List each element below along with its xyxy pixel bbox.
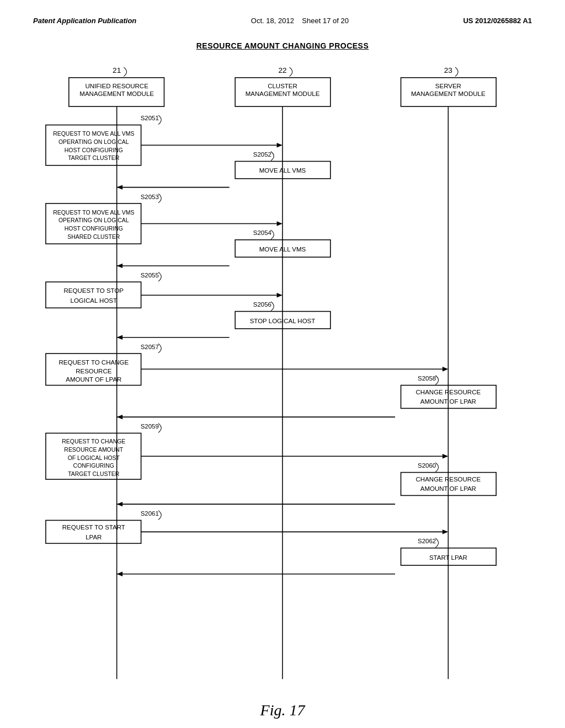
svg-marker-51 (117, 335, 122, 340)
svg-text:OPERATING ON LOGICAL: OPERATING ON LOGICAL (58, 139, 129, 145)
figure-label: Fig. 17 (34, 702, 531, 719)
svg-text:REQUEST TO CHANGE: REQUEST TO CHANGE (59, 359, 129, 366)
svg-marker-79 (117, 502, 122, 506)
svg-text:UNIFIED RESOURCE: UNIFIED RESOURCE (85, 83, 148, 89)
svg-text:REQUEST TO START: REQUEST TO START (62, 524, 125, 531)
svg-text:S2056: S2056 (253, 301, 271, 308)
svg-text:22: 22 (278, 66, 286, 74)
svg-text:MANAGEMENT MODULE: MANAGEMENT MODULE (411, 90, 486, 97)
svg-text:AMOUNT OF LPAR: AMOUNT OF LPAR (420, 485, 476, 492)
svg-text:S2053: S2053 (141, 194, 159, 200)
svg-text:SERVER: SERVER (435, 83, 461, 89)
svg-marker-73 (443, 454, 448, 458)
svg-marker-64 (117, 415, 122, 419)
svg-text:CHANGE RESOURCE: CHANGE RESOURCE (416, 389, 481, 395)
svg-text:TARGET CLUSTER: TARGET CLUSTER (68, 155, 120, 161)
header-publication-type: Patent Application Publication (33, 17, 136, 25)
svg-text:RESOURCE: RESOURCE (76, 368, 112, 374)
svg-text:S2061: S2061 (141, 510, 159, 517)
svg-marker-22 (277, 143, 282, 147)
svg-text:START LPAR: START LPAR (429, 554, 467, 561)
svg-text:S2052: S2052 (253, 151, 271, 158)
svg-marker-27 (117, 185, 122, 189)
svg-text:21: 21 (113, 66, 121, 74)
svg-text:HOST CONFIGURING: HOST CONFIGURING (65, 147, 123, 153)
header-date-sheet: Oct. 18, 2012 Sheet 17 of 20 (251, 17, 349, 25)
svg-text:MANAGEMENT MODULE: MANAGEMENT MODULE (246, 90, 320, 97)
svg-text:TARGET CLUSTER: TARGET CLUSTER (68, 471, 120, 477)
svg-text:S2055: S2055 (141, 272, 159, 279)
svg-text:REQUEST TO MOVE ALL VMS: REQUEST TO MOVE ALL VMS (53, 131, 134, 137)
svg-text:S2054: S2054 (253, 229, 272, 236)
svg-marker-46 (277, 293, 282, 297)
svg-text:MOVE ALL VMS: MOVE ALL VMS (259, 167, 306, 174)
svg-text:CLUSTER: CLUSTER (268, 83, 297, 89)
svg-text:CONFIGURING: CONFIGURING (73, 463, 114, 469)
svg-text:S2058: S2058 (418, 375, 436, 382)
svg-marker-90 (117, 572, 122, 576)
diagram-container: RESOURCE AMOUNT CHANGING PROCESS 21 22 2… (34, 36, 531, 719)
svg-marker-35 (277, 221, 282, 226)
svg-text:OPERATING ON LOGICAL: OPERATING ON LOGICAL (58, 217, 129, 223)
svg-text:S2062: S2062 (418, 538, 436, 544)
svg-text:LPAR: LPAR (86, 534, 102, 540)
svg-text:REQUEST TO CHANGE: REQUEST TO CHANGE (62, 438, 125, 445)
page-header: Patent Application Publication Oct. 18, … (22, 11, 543, 36)
svg-text:LOGICAL HOST: LOGICAL HOST (71, 297, 118, 304)
svg-text:23: 23 (444, 66, 452, 74)
svg-marker-58 (443, 367, 448, 371)
svg-text:RESOURCE AMOUNT: RESOURCE AMOUNT (64, 447, 123, 453)
diagram-title: RESOURCE AMOUNT CHANGING PROCESS (34, 41, 531, 50)
svg-text:S2060: S2060 (418, 462, 436, 469)
svg-text:MANAGEMENT MODULE: MANAGEMENT MODULE (79, 90, 154, 97)
svg-marker-40 (117, 264, 122, 268)
svg-text:REQUEST TO STOP: REQUEST TO STOP (64, 287, 124, 294)
header-patent-number: US 2012/0265882 A1 (463, 17, 532, 25)
svg-text:REQUEST TO MOVE ALL VMS: REQUEST TO MOVE ALL VMS (53, 210, 134, 216)
svg-text:CHANGE RESOURCE: CHANGE RESOURCE (416, 476, 481, 483)
svg-text:OF LOGICAL HOST: OF LOGICAL HOST (68, 455, 120, 461)
svg-text:MOVE ALL VMS: MOVE ALL VMS (259, 246, 306, 253)
svg-text:S2057: S2057 (141, 344, 159, 350)
svg-text:S2051: S2051 (141, 115, 159, 121)
svg-text:SHARED CLUSTER: SHARED CLUSTER (67, 234, 120, 240)
svg-rect-42 (46, 282, 141, 308)
svg-marker-85 (443, 529, 448, 534)
sequence-diagram-svg: 21 22 23 UNIFIED RESOURCE MANAGEMENT MOD… (34, 56, 531, 690)
svg-text:AMOUNT OF LPAR: AMOUNT OF LPAR (66, 376, 121, 383)
page: Patent Application Publication Oct. 18, … (0, 0, 565, 728)
svg-text:HOST CONFIGURING: HOST CONFIGURING (65, 226, 123, 232)
svg-text:STOP LOGICAL HOST: STOP LOGICAL HOST (250, 318, 316, 324)
svg-text:S2059: S2059 (141, 423, 159, 430)
svg-text:AMOUNT OF LPAR: AMOUNT OF LPAR (420, 398, 476, 405)
